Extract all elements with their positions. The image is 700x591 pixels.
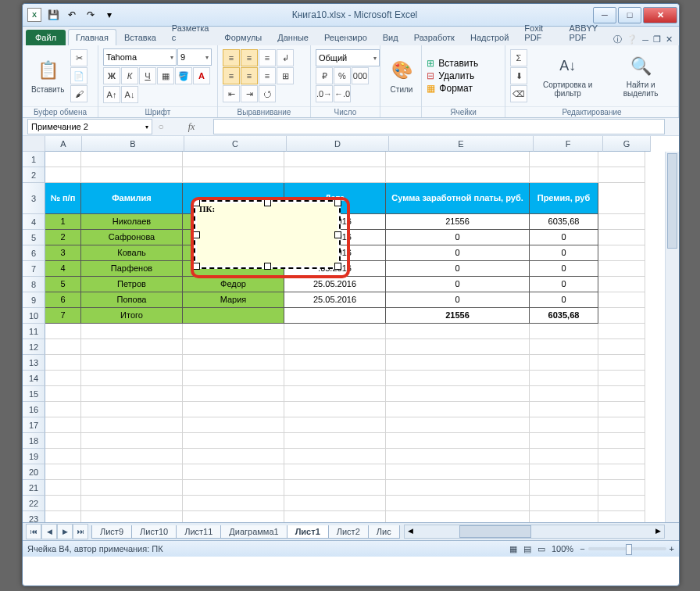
- cell[interactable]: 6035,68: [530, 214, 598, 230]
- cell[interactable]: [386, 402, 530, 417]
- cell[interactable]: [386, 496, 530, 511]
- sheet-nav-next[interactable]: ▶: [57, 524, 73, 539]
- cell[interactable]: 6: [45, 292, 81, 308]
- cell[interactable]: [530, 417, 598, 433]
- cell[interactable]: [81, 371, 183, 386]
- align-left[interactable]: ≡: [223, 67, 240, 84]
- row-header[interactable]: 2: [23, 167, 45, 183]
- cell[interactable]: [81, 511, 183, 522]
- cell[interactable]: [81, 433, 183, 449]
- cell[interactable]: [183, 449, 284, 464]
- row-header[interactable]: 8: [23, 277, 45, 292]
- cell[interactable]: 0: [530, 261, 598, 277]
- cell[interactable]: [530, 386, 598, 402]
- tab-layout[interactable]: Разметка с: [164, 20, 217, 45]
- cell[interactable]: [598, 480, 645, 496]
- cell[interactable]: [386, 339, 530, 355]
- cell[interactable]: [386, 386, 530, 402]
- cell[interactable]: Попова: [81, 292, 183, 308]
- cell[interactable]: [183, 417, 284, 433]
- cell[interactable]: [598, 152, 645, 167]
- cell[interactable]: [598, 417, 645, 433]
- row-header[interactable]: 18: [23, 433, 45, 449]
- find-select[interactable]: 🔍 Найти и выделить: [608, 52, 673, 99]
- cell[interactable]: [530, 402, 598, 417]
- format-painter[interactable]: 🖌: [70, 85, 88, 102]
- sheet-nav-first[interactable]: ⏮: [26, 524, 41, 539]
- sheet-tab[interactable]: Диаграмма1: [220, 525, 287, 539]
- cell[interactable]: [284, 355, 386, 371]
- cell[interactable]: [45, 496, 81, 511]
- row-header[interactable]: 4: [23, 214, 45, 230]
- align-right[interactable]: ≡: [259, 67, 276, 84]
- orientation[interactable]: ⭯: [259, 85, 276, 102]
- cell[interactable]: [598, 355, 645, 371]
- tab-data[interactable]: Данные: [270, 29, 316, 45]
- cell[interactable]: [81, 417, 183, 433]
- zoom-out[interactable]: −: [580, 544, 584, 553]
- dec-decimal[interactable]: ←.0: [334, 85, 351, 102]
- cell[interactable]: [45, 433, 81, 449]
- cell[interactable]: 0: [386, 245, 530, 261]
- cell[interactable]: [81, 152, 183, 167]
- cell[interactable]: 0: [530, 245, 598, 261]
- cell[interactable]: [386, 417, 530, 433]
- cell[interactable]: 25.05.2016: [284, 277, 386, 292]
- cell[interactable]: [386, 480, 530, 496]
- cell[interactable]: [183, 152, 284, 167]
- cell[interactable]: [386, 355, 530, 371]
- cell[interactable]: 25.05.2016: [284, 292, 386, 308]
- align-center[interactable]: ≡: [241, 67, 258, 84]
- row-header[interactable]: 9: [23, 292, 45, 308]
- cell[interactable]: [598, 277, 645, 292]
- row-header[interactable]: 11: [23, 324, 45, 339]
- cell[interactable]: 0: [386, 277, 530, 292]
- help-icon[interactable]: ❔: [627, 34, 638, 45]
- cell[interactable]: [183, 355, 284, 371]
- cell[interactable]: [598, 402, 645, 417]
- cell[interactable]: 2: [45, 230, 81, 245]
- cell[interactable]: [598, 511, 645, 522]
- copy-button[interactable]: 📄: [70, 67, 88, 84]
- cell[interactable]: Николаев: [81, 214, 183, 230]
- tab-home[interactable]: Главная: [68, 29, 116, 45]
- app-icon[interactable]: X: [27, 8, 41, 22]
- inc-decimal[interactable]: .0→: [316, 85, 333, 102]
- cell[interactable]: [81, 496, 183, 511]
- doc-restore-icon[interactable]: ❐: [653, 34, 661, 45]
- bold-button[interactable]: Ж: [103, 67, 120, 84]
- indent-dec[interactable]: ⇤: [223, 85, 240, 102]
- row-header[interactable]: 21: [23, 480, 45, 496]
- cell[interactable]: [183, 496, 284, 511]
- cell[interactable]: [284, 371, 386, 386]
- cell[interactable]: [386, 449, 530, 464]
- cell[interactable]: [183, 386, 284, 402]
- row-header[interactable]: 3: [23, 183, 45, 214]
- cell[interactable]: [598, 339, 645, 355]
- cell[interactable]: [284, 324, 386, 339]
- tab-abbyy[interactable]: ABBYY PDF: [561, 20, 613, 45]
- underline-button[interactable]: Ч: [139, 67, 156, 84]
- cell[interactable]: [598, 433, 645, 449]
- close-button[interactable]: ✕: [643, 7, 677, 23]
- tab-developer[interactable]: Разработк: [406, 29, 462, 45]
- cell[interactable]: [284, 308, 386, 324]
- cell[interactable]: 3: [45, 245, 81, 261]
- zoom-level[interactable]: 100%: [552, 544, 573, 553]
- row-header[interactable]: 19: [23, 449, 45, 464]
- row-header[interactable]: 5: [23, 230, 45, 245]
- view-break-icon[interactable]: ▭: [538, 544, 545, 554]
- fx-cancel[interactable]: ○: [152, 121, 170, 132]
- cell[interactable]: [386, 152, 530, 167]
- row-header[interactable]: 12: [23, 339, 45, 355]
- row-header[interactable]: 16: [23, 402, 45, 417]
- row-header[interactable]: 17: [23, 417, 45, 433]
- cell[interactable]: 1: [45, 214, 81, 230]
- view-normal-icon[interactable]: ▦: [509, 544, 517, 554]
- select-all[interactable]: [23, 136, 45, 152]
- cell[interactable]: 0: [386, 261, 530, 277]
- cell[interactable]: № п/п: [45, 183, 81, 214]
- cell[interactable]: [81, 324, 183, 339]
- row-header[interactable]: 10: [23, 308, 45, 324]
- cell[interactable]: 21556: [386, 214, 530, 230]
